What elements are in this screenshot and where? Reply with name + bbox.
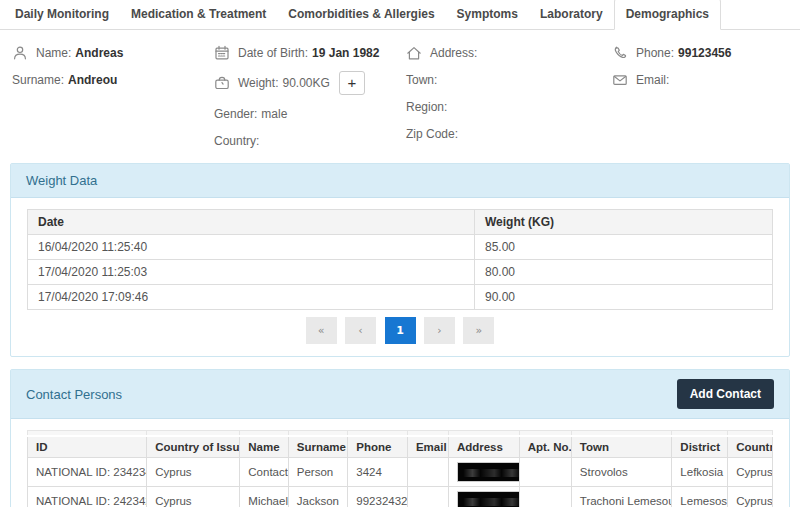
mail-icon: [612, 72, 629, 88]
weight-table-header-weight: Weight (KG): [475, 210, 773, 235]
table-row: NATIONAL ID: 242342 Cyprus Michael Jacks…: [28, 486, 773, 507]
tab-comorbidities-allergies[interactable]: Comorbidities & Allergies: [277, 0, 445, 29]
weight-table: Date Weight (KG) 16/04/2020 11:25:40 85.…: [27, 209, 773, 310]
home-icon: [406, 45, 423, 61]
contact-header-apt-no: Apt. No.: [519, 436, 571, 458]
contact-header-district: District: [672, 436, 728, 458]
contact-header-name: Name: [240, 436, 288, 458]
contact-header-phone: Phone: [348, 436, 408, 458]
next-page-button[interactable]: ›: [424, 317, 455, 344]
address-label: Address:: [430, 46, 477, 60]
tab-daily-monitoring[interactable]: Daily Monitoring: [4, 0, 120, 29]
surname-label: Surname:: [12, 73, 64, 87]
dob-label: Date of Birth:: [238, 46, 308, 60]
name-value: Andreas: [75, 46, 123, 60]
contact-panel-body: ID Country of Issue Name Surname Phone E…: [11, 419, 789, 507]
contact-header-email: Email: [407, 436, 448, 458]
tab-symptoms[interactable]: Symptoms: [446, 0, 529, 29]
town-label: Town:: [406, 73, 437, 87]
person-icon: [12, 45, 29, 61]
gender-value: male: [261, 107, 287, 121]
contact-panel-header: Contact Persons Add Contact: [11, 370, 789, 419]
contact-header-town: Town: [571, 436, 672, 458]
last-page-button[interactable]: »: [463, 317, 494, 344]
weight-panel-title: Weight Data: [26, 173, 97, 188]
weight-panel-header: Weight Data: [11, 164, 789, 198]
phone-icon: [612, 45, 629, 61]
weight-scale-icon: [214, 75, 231, 91]
table-row: 16/04/2020 11:25:40 85.00: [28, 235, 773, 260]
demographics-col-contact: Phone: 99123456 Email:: [612, 44, 788, 159]
weight-panel-body: Date Weight (KG) 16/04/2020 11:25:40 85.…: [11, 198, 789, 356]
table-row: NATIONAL ID: 234234 Cyprus Contact Perso…: [28, 457, 773, 486]
zip-code-label: Zip Code:: [406, 127, 458, 141]
contact-header-id: ID: [28, 436, 147, 458]
patient-demographics: Name: Andreas Surname: Andreou Date of B…: [0, 30, 800, 163]
add-weight-button[interactable]: +: [339, 71, 365, 95]
contact-header-country: Country: [728, 436, 773, 458]
weight-pagination: « ‹ 1 › »: [27, 317, 773, 344]
tab-laboratory[interactable]: Laboratory: [529, 0, 614, 29]
contact-header-country-of-issue: Country of Issue: [147, 436, 240, 458]
table-row: 17/04/2020 17:09:46 90.00: [28, 285, 773, 310]
tab-demographics[interactable]: Demographics: [614, 0, 721, 30]
surname-value: Andreou: [68, 73, 117, 87]
region-label: Region:: [406, 100, 447, 114]
calendar-icon: [214, 45, 231, 61]
phone-value: 99123456: [678, 46, 731, 60]
page-1-button[interactable]: 1: [385, 317, 416, 344]
contact-header-surname: Surname: [288, 436, 348, 458]
dob-value: 19 Jan 1982: [312, 46, 379, 60]
tab-bar: Daily Monitoring Medication & Treatment …: [0, 0, 800, 30]
name-label: Name:: [36, 46, 71, 60]
contact-panel-title: Contact Persons: [26, 387, 122, 402]
demographics-col-birth-weight: Date of Birth: 19 Jan 1982 Weight: 90.00…: [214, 44, 406, 159]
demographics-col-address: Address: Town: Region: Zip Code:: [406, 44, 612, 159]
weight-value: 90.00KG: [282, 76, 329, 90]
weight-label: Weight:: [238, 76, 278, 90]
weight-data-panel: Weight Data Date Weight (KG) 16/04/2020 …: [10, 163, 790, 357]
contact-header-address: Address: [448, 436, 519, 458]
gender-label: Gender:: [214, 107, 257, 121]
demographics-col-identity: Name: Andreas Surname: Andreou: [12, 44, 214, 159]
prev-page-button[interactable]: ‹: [345, 317, 376, 344]
redacted-address: [457, 491, 519, 507]
first-page-button[interactable]: «: [306, 317, 337, 344]
contact-table: ID Country of Issue Name Surname Phone E…: [27, 430, 773, 507]
country-label: Country:: [214, 134, 259, 148]
table-row: 17/04/2020 11:25:03 80.00: [28, 260, 773, 285]
phone-label: Phone:: [636, 46, 674, 60]
tab-medication-treatment[interactable]: Medication & Treatment: [120, 0, 277, 29]
redacted-address: [457, 462, 519, 482]
add-contact-button[interactable]: Add Contact: [677, 379, 774, 409]
weight-table-header-date: Date: [28, 210, 475, 235]
contact-persons-panel: Contact Persons Add Contact ID Country o…: [10, 369, 790, 507]
email-label: Email:: [636, 73, 669, 87]
